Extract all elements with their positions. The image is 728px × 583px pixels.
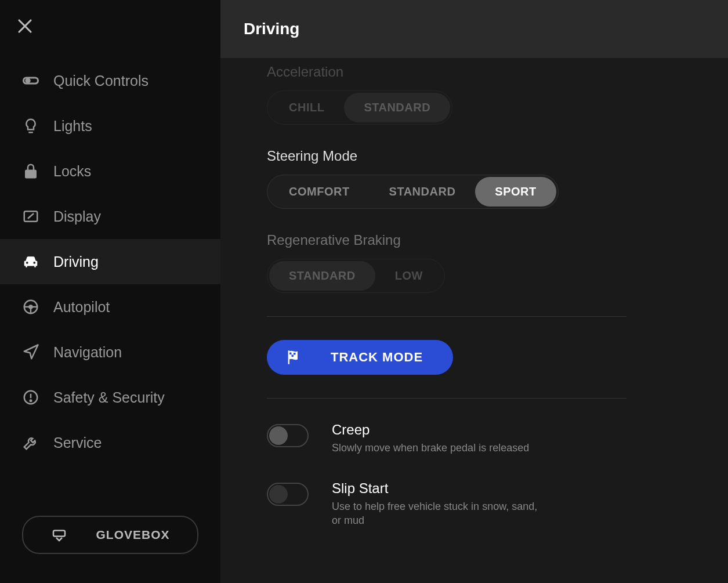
sidebar-item-label: Lights [53, 118, 92, 135]
sidebar-item-label: Safety & Security [53, 389, 165, 406]
toggle-knob [269, 426, 288, 445]
sidebar-item-label: Autopilot [53, 299, 110, 316]
toggle-icon [22, 72, 39, 89]
regen-option-low[interactable]: LOW [375, 261, 443, 291]
sidebar-item-navigation[interactable]: Navigation [0, 329, 220, 375]
main-panel: Driving Acceleration CHILL STANDARD Stee… [220, 0, 728, 583]
toggle-title: Slip Start [332, 480, 541, 497]
sidebar-item-label: Navigation [53, 344, 122, 361]
wrench-icon [22, 434, 39, 451]
sidebar-item-label: Display [53, 208, 101, 225]
steering-wheel-icon [22, 298, 39, 316]
lightbulb-icon [22, 117, 39, 135]
regen-option-standard[interactable]: STANDARD [269, 261, 375, 291]
toggle-description: Use to help free vehicle stuck in snow, … [332, 500, 541, 527]
setting-label: Regenerative Braking [267, 232, 705, 248]
toggle-title: Creep [332, 422, 529, 438]
checkered-flag-icon [285, 349, 302, 365]
sidebar-item-locks[interactable]: Locks [0, 149, 220, 194]
divider [267, 316, 626, 317]
svg-point-13 [30, 400, 32, 401]
sidebar-item-label: Locks [53, 163, 91, 180]
sidebar-item-quick-controls[interactable]: Quick Controls [0, 58, 220, 103]
slip-start-toggle[interactable] [267, 483, 309, 506]
svg-rect-14 [53, 531, 65, 537]
track-mode-button[interactable]: TRACK MODE [267, 340, 453, 375]
track-mode-label: TRACK MODE [331, 350, 423, 365]
navigation-icon [22, 343, 39, 361]
setting-slip-start: Slip Start Use to help free vehicle stuc… [267, 480, 705, 527]
setting-acceleration: Acceleration CHILL STANDARD [267, 64, 705, 125]
setting-creep: Creep Slowly move when brake pedal is re… [267, 422, 705, 455]
svg-point-3 [26, 79, 30, 82]
steering-segmented: COMFORT STANDARD SPORT [267, 175, 559, 209]
sidebar-item-lights[interactable]: Lights [0, 103, 220, 149]
sidebar-item-service[interactable]: Service [0, 420, 220, 465]
sidebar: Quick Controls Lights Locks Display Driv… [0, 0, 220, 583]
sidebar-item-label: Driving [53, 254, 99, 270]
glovebox-icon [50, 526, 68, 544]
sidebar-item-label: Service [53, 434, 102, 451]
glovebox-button[interactable]: GLOVEBOX [22, 516, 198, 554]
display-icon [22, 208, 39, 225]
svg-line-5 [28, 213, 34, 219]
sidebar-item-display[interactable]: Display [0, 194, 220, 239]
alert-circle-icon [22, 389, 39, 406]
setting-label: Steering Mode [267, 148, 705, 164]
steering-option-standard[interactable]: STANDARD [370, 177, 476, 207]
content-area[interactable]: Acceleration CHILL STANDARD Steering Mod… [220, 58, 728, 583]
page-title: Driving [244, 20, 705, 38]
car-icon [22, 253, 39, 270]
creep-toggle[interactable] [267, 424, 309, 447]
acceleration-option-standard[interactable]: STANDARD [344, 93, 450, 122]
divider [267, 398, 626, 399]
sidebar-item-driving[interactable]: Driving [0, 239, 220, 284]
sidebar-item-label: Quick Controls [53, 73, 149, 89]
toggle-knob [269, 485, 288, 504]
svg-point-7 [30, 306, 32, 309]
panel-header: Driving [220, 0, 728, 58]
setting-label: Acceleration [267, 64, 705, 80]
acceleration-segmented: CHILL STANDARD [267, 90, 452, 125]
steering-option-comfort[interactable]: COMFORT [269, 177, 370, 207]
toggle-description: Slowly move when brake pedal is released [332, 441, 529, 455]
setting-steering-mode: Steering Mode COMFORT STANDARD SPORT [267, 148, 705, 209]
lock-icon [22, 162, 39, 180]
sidebar-item-safety-security[interactable]: Safety & Security [0, 375, 220, 420]
steering-option-sport[interactable]: SPORT [475, 177, 556, 207]
setting-regenerative-braking: Regenerative Braking STANDARD LOW [267, 232, 705, 293]
acceleration-option-chill[interactable]: CHILL [269, 93, 344, 122]
sidebar-item-autopilot[interactable]: Autopilot [0, 284, 220, 329]
close-button[interactable] [16, 17, 34, 35]
regen-segmented: STANDARD LOW [267, 259, 445, 293]
glovebox-label: GLOVEBOX [96, 528, 169, 542]
